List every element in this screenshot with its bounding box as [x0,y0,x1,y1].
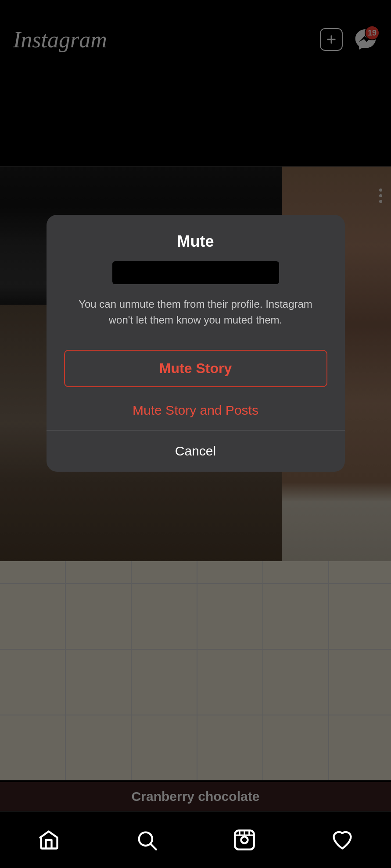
heart-icon [331,829,354,851]
mute-story-button[interactable]: Mute Story [64,350,327,387]
nav-reels[interactable] [227,822,262,857]
search-icon [135,829,158,851]
mute-story-posts-button[interactable]: Mute Story and Posts [133,403,258,418]
nav-activity[interactable] [325,822,360,857]
cancel-button[interactable]: Cancel [47,430,345,472]
modal-title: Mute [177,232,214,251]
nav-search[interactable] [129,822,164,857]
modal-content: Mute You can unmute them from their prof… [47,215,345,345]
modal-description: You can unmute them from their profile. … [64,296,327,328]
bottom-navigation [0,811,391,868]
svg-point-5 [241,836,248,843]
mute-modal: Mute You can unmute them from their prof… [47,215,345,472]
svg-line-3 [151,844,156,849]
mute-story-posts-wrapper: Mute Story and Posts [47,399,345,430]
nav-home[interactable] [31,822,66,857]
modal-username-bar [112,261,279,284]
reels-icon [233,829,256,851]
home-icon [37,829,60,851]
mute-story-wrapper: Mute Story [47,345,345,399]
